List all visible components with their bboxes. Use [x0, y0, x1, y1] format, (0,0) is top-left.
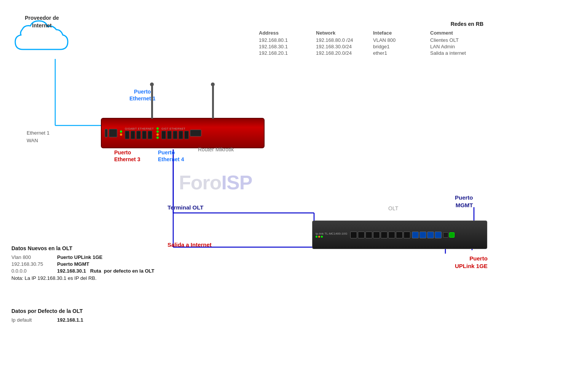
router-gigabit-label: GIGABIT ETHERNET — [125, 127, 154, 130]
cell-iface-1: VLAN 800 — [373, 37, 430, 43]
olt-pon6 — [388, 232, 395, 238]
datos-defecto-row1: Ip default 192.168.1.1 — [11, 317, 156, 323]
table-row-1: 192.168.80.1 192.168.80.0 /24 VLAN 800 C… — [259, 37, 506, 43]
olt-console-port — [449, 232, 455, 238]
port-eth1-text2: Ethernet 1 — [129, 95, 155, 102]
cell-iface-3: ether1 — [373, 50, 430, 56]
datos-nuevos-row1: Vlan 800 Puerto UPLink 1GE — [11, 254, 156, 260]
port-eth4-text1: Puerto — [158, 149, 184, 156]
port-eth1-text1: Puerto — [129, 88, 155, 95]
olt-sfp3 — [427, 232, 434, 238]
cell-comment-1: Clientes OLT — [430, 37, 487, 43]
datos-nuevos-title: Datos Nuevos en la OLT — [11, 245, 156, 251]
olt-pon8 — [404, 232, 410, 238]
port-uplink-text1: Puerto — [455, 255, 488, 262]
cloud-label: Proveedor de Internet — [11, 14, 72, 29]
foroisp-text-isp: ISP — [222, 171, 252, 194]
table-row-2: 192.168.30.1 192.168.30.0/24 bridge1 LAN… — [259, 44, 506, 49]
olt-led2 — [318, 236, 320, 238]
table-header-interface: Inteface — [373, 30, 430, 36]
olt-led1 — [316, 236, 317, 238]
table-header-network: Network — [316, 30, 373, 36]
router-power-port — [105, 129, 108, 137]
olt-led3 — [321, 236, 323, 238]
router-led-group1 — [120, 130, 122, 136]
router-antenna-ball-right — [211, 83, 215, 86]
network-table-title: Redes en RB — [259, 21, 483, 27]
datos-nuevos-note: Nota: La IP 192.168.30.1 es IP del RB. — [11, 275, 156, 281]
router-led2 — [120, 133, 122, 136]
olt-label-text: OLT — [388, 205, 398, 211]
port-eth4-text2: Ethernet 4 — [158, 156, 184, 163]
wan-text-line1: Ethernet 1 — [27, 129, 49, 137]
datos-defecto-title: Datos por Defecto de la OLT — [11, 308, 156, 314]
port-mgmt-label: Puerto MGMT — [455, 194, 473, 209]
olt-front-panel: tp-link TL-MC1400-10G — [316, 232, 484, 238]
olt-logo-text: tp-link TL-MC1400-10G — [316, 232, 347, 235]
router-label: Router Mikrotik — [198, 146, 234, 152]
router-port-eth9 — [179, 131, 183, 139]
olt-device: tp-link TL-MC1400-10G — [312, 221, 487, 249]
router-screen — [190, 130, 201, 136]
router-front-panel: GIGABIT ETHERNET GIGT ETHERNET — [105, 127, 261, 139]
router-antenna-ball-left — [150, 83, 154, 86]
port-uplink-text2: UPLink 1GE — [455, 262, 488, 270]
olt-rj45-ports — [443, 232, 455, 238]
olt-pon-ports — [350, 232, 410, 238]
connection-lines — [0, 0, 571, 392]
cell-addr-1: 192.168.80.1 — [259, 37, 316, 43]
network-table: Redes en RB Address Network Inteface Com… — [259, 21, 506, 57]
olt-label: OLT — [388, 205, 398, 211]
router-port-eth7 — [167, 131, 172, 139]
olt-pon7 — [396, 232, 403, 238]
olt-sfp1 — [412, 232, 419, 238]
cell-comment-3: Salida a internet — [430, 50, 487, 56]
port-mgmt-text1: Puerto — [455, 194, 473, 202]
olt-pon1 — [350, 232, 357, 238]
router-device: GIGABIT ETHERNET GIGT ETHERNET — [101, 118, 265, 148]
router-port-eth2 — [131, 131, 135, 139]
table-header-address: Address — [259, 30, 316, 36]
table-header-comment: Comment — [430, 30, 487, 36]
foroisp-text-foro: Foro — [179, 171, 222, 194]
port-eth3-text1: Puerto — [114, 149, 140, 156]
wan-text-line2: WAN — [27, 137, 49, 144]
router-antenna-right — [212, 84, 214, 119]
terminal-olt-text: Terminal OLT — [167, 204, 203, 211]
router-port-eth10 — [184, 131, 189, 139]
olt-pon5 — [381, 232, 388, 238]
port-eth4-label: Puerto Ethernet 4 — [158, 149, 184, 163]
salida-internet-text: Salida a Internet — [167, 241, 212, 248]
port-eth3-label: Puerto Ethernet 3 — [114, 149, 140, 163]
router-port-eth3 — [136, 131, 141, 139]
router-led6 — [156, 136, 159, 139]
router-sfp-port — [109, 129, 117, 137]
port-eth3-text2: Ethernet 3 — [114, 156, 140, 163]
cell-net-1: 192.168.80.0 /24 — [316, 37, 373, 43]
router-led1 — [120, 130, 122, 133]
port-eth1-label: Puerto Ethernet 1 — [129, 88, 155, 102]
router-port-eth6 — [161, 131, 166, 139]
olt-rj45-mgmt — [443, 232, 448, 238]
diagram-container: Proveedor de Internet Ethernet 1 WAN GIG… — [0, 0, 571, 392]
cell-net-3: 192.168.20.0/24 — [316, 50, 373, 56]
cell-comment-2: LAN Admin — [430, 44, 487, 49]
cloud-text-line2: Internet — [32, 22, 51, 29]
router-label-text: Router Mikrotik — [198, 146, 234, 152]
datos-defecto-section: Datos por Defecto de la OLT Ip default 1… — [11, 308, 156, 324]
olt-sfp-ports — [412, 232, 442, 238]
router-port-eth8 — [173, 131, 177, 139]
olt-pon4 — [373, 232, 380, 238]
olt-sfp2 — [419, 232, 426, 238]
cloud-text-line1: Proveedor de — [25, 15, 59, 21]
router-led5 — [156, 133, 159, 136]
cell-addr-3: 192.168.20.1 — [259, 50, 316, 56]
salida-internet-label: Salida a Internet — [167, 241, 212, 248]
olt-sfp4 — [435, 232, 442, 238]
port-uplink-label: Puerto UPLink 1GE — [455, 255, 488, 270]
datos-nuevos-row3: 0.0.0.0 192.168.30.1 Ruta por defecto en… — [11, 268, 156, 274]
router-port-group2 — [161, 131, 189, 139]
router-led4 — [156, 130, 159, 133]
olt-led-indicators — [316, 236, 347, 238]
datos-nuevos-section: Datos Nuevos en la OLT Vlan 800 Puerto U… — [11, 245, 156, 281]
